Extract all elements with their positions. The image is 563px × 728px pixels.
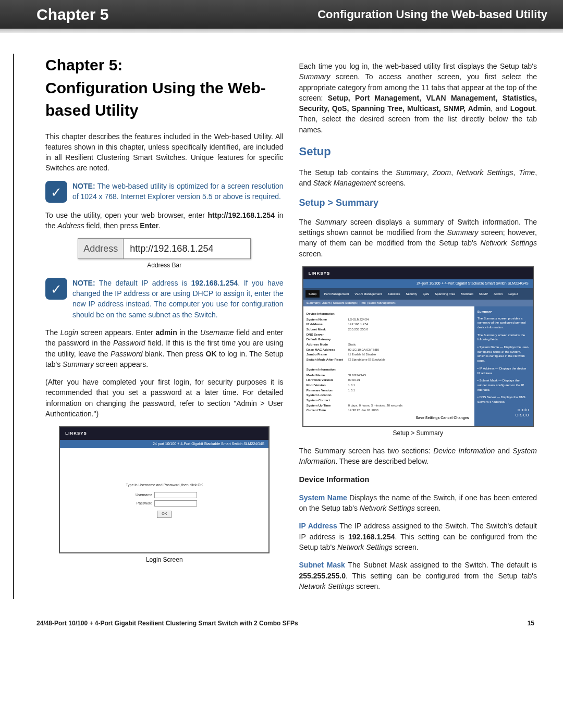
kv-row: System Contact (307, 398, 471, 403)
tab-multicast[interactable]: Multicast (459, 290, 475, 298)
left-column: Chapter 5: Configuration Using the Web-b… (45, 54, 284, 599)
username-input[interactable] (154, 492, 197, 498)
address-bar-figure: Address http://192.168.1.254 (78, 238, 251, 259)
kv-row: Hardware Version00.00.01 (307, 378, 471, 382)
kv-row: Address ModeStatic (307, 342, 471, 347)
footer-product: 24/48-Port 10/100 + 4-Port Gigabit Resil… (36, 620, 298, 627)
brand-logo: LINKSYS (60, 427, 268, 440)
other-tabs: Port ManagementVLAN ManagementStatistics… (322, 290, 520, 298)
main-tabs: Setup Port ManagementVLAN ManagementStat… (303, 288, 533, 300)
kv-row: Firmware Version1.0.1 (307, 388, 471, 393)
tab-logout[interactable]: Logout (506, 290, 520, 298)
ip-address-entry: IP Address The IP address assigned to th… (299, 521, 537, 552)
device-info-list: System NameLS-SLM224G4IP Address192.168.… (307, 317, 471, 362)
login-screenshot: LINKSYS 24 port 10/100 + 4-Port Gigabit … (59, 426, 270, 553)
password-input[interactable] (154, 500, 197, 507)
setup-summary-heading: Setup > Summary (299, 196, 537, 209)
section-title: Chapter 5: Configuration Using the Web-b… (45, 54, 284, 122)
system-info-label: System Information (307, 367, 471, 372)
help-item: The Summary screen provides a summary of… (478, 316, 530, 330)
help-item: The Summary screen contains the followin… (478, 333, 530, 342)
header-divider (0, 29, 563, 33)
check-icon (45, 181, 67, 203)
page: Chapter 5 Configuration Using the Web-ba… (0, 0, 563, 643)
kv-row: Model NameSLM224G4S (307, 373, 471, 378)
setup-tab-paragraph: The Setup tab contains the Summary, Zoom… (299, 167, 537, 189)
summary-sections-paragraph: The Summary screen has two sections: Dev… (299, 446, 537, 467)
save-cancel-row[interactable]: Save Settings Cancel Changes (307, 413, 471, 423)
kv-row: Boot Version1.0.1 (307, 383, 471, 388)
kv-row: Base MAC Address00:1C:10:0A:03:F7:B0 (307, 348, 471, 352)
tabs-description: Each time you log in, the web-based util… (299, 61, 537, 135)
login-hint: Type in Username and Password, then clic… (126, 483, 203, 488)
left-rule (13, 54, 38, 599)
sub-tabs: Summary | Zoom | Network Settings | Time… (303, 300, 533, 306)
address-label: Address (78, 239, 124, 258)
open-browser-paragraph: To use the utility, open your web browse… (45, 210, 284, 231)
kv-row: IP Address192.168.1.254 (307, 322, 471, 327)
tab-admin[interactable]: Admin (492, 290, 505, 298)
check-icon (45, 278, 67, 300)
note-text: NOTE: The web-based utility is optimized… (72, 181, 284, 202)
address-bar-caption: Address Bar (45, 261, 284, 270)
username-label: Username (131, 492, 152, 498)
note-box-ip: NOTE: The default IP address is 192.168.… (45, 278, 284, 320)
kv-row: System Location (307, 393, 471, 398)
system-name-entry: System Name Displays the name of the Swi… (299, 492, 537, 514)
system-info-list: Model NameSLM224G4SHardware Version00.00… (307, 373, 471, 413)
device-information-heading: Device Information (299, 474, 537, 485)
help-item: • System Name — Displays the user-config… (478, 345, 530, 363)
product-banner: 24 port 10/100 + 4-Port Gigabit Stackabl… (60, 440, 268, 448)
tab-port-management[interactable]: Port Management (322, 290, 351, 298)
help-items: The Summary screen provides a summary of… (478, 316, 530, 404)
tab-statistics[interactable]: Statistics (386, 290, 402, 298)
brand-logo: LINKSYS (303, 267, 533, 280)
note-box-resolution: NOTE: The web-based utility is optimized… (45, 181, 284, 203)
setup-heading: Setup (299, 143, 537, 160)
page-footer: 24/48-Port 10/100 + 4-Port Gigabit Resil… (0, 604, 563, 643)
help-title: Summary (478, 310, 530, 314)
note-text: NOTE: The default IP address is 192.168.… (72, 278, 284, 320)
post-login-paragraph: (After you have completed your first log… (45, 377, 284, 419)
kv-row: DNS Server (307, 332, 471, 337)
summary-paragraph: The Summary screen displays a summary of… (299, 217, 537, 259)
tab-snmp[interactable]: SNMP (477, 290, 490, 298)
chapter-label: Chapter 5 (36, 6, 108, 23)
kv-row: System NameLS-SLM224G4 (307, 317, 471, 322)
kv-row: Jumbo Frame☐ Enable ☑ Disable (307, 352, 471, 357)
device-info-label: Device Information (307, 312, 471, 316)
subnet-mask-entry: Subnet Mask The Subnet Mask assigned to … (299, 560, 537, 591)
summary-main: Device Information System NameLS-SLM224G… (303, 306, 474, 426)
cisco-logo: ıılıılıı CISCO (478, 408, 530, 418)
ok-button[interactable]: OK (157, 511, 172, 518)
page-number: 15 (528, 620, 534, 627)
address-url: http://192.168.1.254 (124, 239, 250, 258)
password-row: Password (131, 500, 197, 507)
tab-qos[interactable]: QoS (421, 290, 431, 298)
kv-row: System Up Time0 days, 0 hours, 5 minutes… (307, 403, 471, 408)
username-row: Username (131, 492, 197, 498)
login-caption: Login Screen (45, 556, 284, 564)
help-sidebar: Summary The Summary screen provides a su… (474, 306, 533, 426)
kv-row: Subnet Mask255.255.255.0 (307, 327, 471, 332)
login-paragraph: The Login screen appears. Enter admin in… (45, 327, 284, 369)
kv-row: Current Time19:38:26 Jan 01 2000 (307, 408, 471, 413)
header-subtitle: Configuration Using the Web-based Utilit… (317, 8, 547, 21)
tab-spanning-tree[interactable]: Spanning Tree (433, 290, 457, 298)
help-item: • Subnet Mask — Displays the subnet mask… (478, 378, 530, 392)
two-columns: Chapter 5: Configuration Using the Web-b… (45, 54, 537, 599)
tab-vlan-management[interactable]: VLAN Management (352, 290, 384, 298)
right-column: Each time you log in, the web-based util… (299, 54, 537, 599)
summary-body: Device Information System NameLS-SLM224G… (303, 306, 533, 426)
kv-row: Switch Mode After Reset☐ Standalone ☑ St… (307, 357, 471, 362)
help-item: • DNS Server — Displays the DNS Server's… (478, 395, 530, 404)
help-item: • IP Address — Displays the device IP ad… (478, 366, 530, 375)
summary-screenshot: LINKSYS 24-port 10/100 + 4-Port Gigabit … (302, 266, 534, 427)
page-header: Chapter 5 Configuration Using the Web-ba… (0, 0, 563, 29)
tab-setup[interactable]: Setup (305, 290, 320, 298)
kv-row: Default Gateway (307, 337, 471, 342)
tab-security[interactable]: Security (404, 290, 420, 298)
password-label: Password (131, 501, 152, 506)
summary-caption: Setup > Summary (299, 429, 537, 438)
content-area: Chapter 5: Configuration Using the Web-b… (0, 33, 563, 604)
